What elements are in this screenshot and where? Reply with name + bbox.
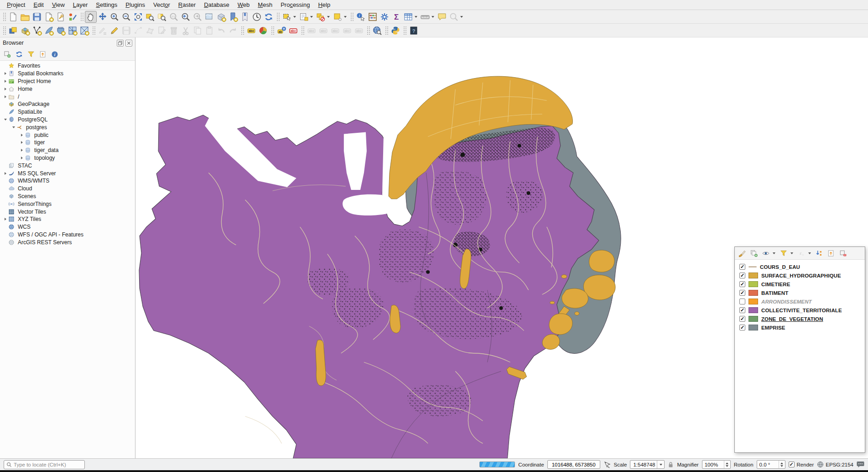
new-spatialite-layer-icon[interactable] xyxy=(43,25,55,37)
float-panel-icon[interactable] xyxy=(117,40,124,47)
attribute-table-icon[interactable] xyxy=(402,11,414,23)
menu-web[interactable]: Web xyxy=(234,0,254,9)
locate-search[interactable] xyxy=(4,460,85,469)
expander-icon[interactable] xyxy=(3,95,8,98)
expander-icon[interactable] xyxy=(3,172,8,175)
expander-icon[interactable] xyxy=(3,88,8,90)
browser-item-stac[interactable]: STAC xyxy=(0,162,135,169)
browser-item-cloud[interactable]: Cloud xyxy=(0,185,135,193)
options-gear-icon[interactable] xyxy=(379,11,390,23)
scale-combo[interactable]: 1:548748 xyxy=(630,460,665,469)
layer-row-emprise[interactable]: ✓EMPRISE xyxy=(739,323,865,332)
save-project-icon[interactable] xyxy=(31,11,43,23)
refresh-icon[interactable] xyxy=(263,11,275,23)
magnifier-spinbox[interactable]: 100% xyxy=(702,460,731,469)
new-gpx-layer-icon[interactable] xyxy=(67,25,78,37)
layer-visibility-checkbox[interactable]: ✓ xyxy=(739,290,745,296)
chevron-down-icon[interactable] xyxy=(657,461,664,468)
new-virtual-layer-icon[interactable] xyxy=(78,25,90,37)
zoom-last-icon[interactable] xyxy=(180,11,192,23)
browser-item-postgresql[interactable]: PostgreSQL xyxy=(0,116,135,124)
chevron-down-icon[interactable] xyxy=(460,16,463,18)
messages-icon[interactable] xyxy=(857,461,864,468)
new-print-layout-icon[interactable] xyxy=(43,11,55,23)
toolbar-handle[interactable] xyxy=(276,12,280,22)
zoom-to-layer-icon[interactable] xyxy=(156,11,168,23)
highlight-labels-icon[interactable]: abc xyxy=(287,25,299,37)
layer-row-arrondissement[interactable]: ARRONDISSEMENT xyxy=(739,297,865,306)
python-console-icon[interactable] xyxy=(390,25,401,37)
select-by-expression-icon[interactable] xyxy=(332,11,343,23)
toolbar-handle[interactable] xyxy=(80,12,83,22)
expand-all-icon[interactable] xyxy=(814,248,825,259)
new-shapefile-layer-icon[interactable] xyxy=(31,25,43,37)
coordinate-box[interactable] xyxy=(547,460,600,469)
browser-item-wcs[interactable]: WCS xyxy=(0,223,135,231)
zoom-to-selection-icon[interactable] xyxy=(144,11,156,23)
map-tips-icon[interactable] xyxy=(436,11,448,23)
menu-edit[interactable]: Edit xyxy=(29,0,47,9)
layer-row-cours_d_eau[interactable]: ✓COURS_D_EAU xyxy=(739,262,865,271)
filter-legend-icon[interactable] xyxy=(778,248,789,259)
temporal-controller-icon[interactable] xyxy=(251,11,263,23)
layer-row-surface_hydrographique[interactable]: ✓SURFACE_HYDROGRAPHIQUE xyxy=(739,271,865,280)
add-selected-layers-icon[interactable] xyxy=(2,49,12,60)
menu-vector[interactable]: Vector xyxy=(149,0,174,9)
expander-icon[interactable] xyxy=(19,149,25,152)
chevron-down-icon[interactable] xyxy=(431,16,434,18)
browser-item-sensorthings[interactable]: SensorThings xyxy=(0,200,135,208)
expander-icon[interactable] xyxy=(19,141,25,144)
layer-visibility-checkbox[interactable]: ✓ xyxy=(739,264,745,270)
layer-visibility-checkbox[interactable]: ✓ xyxy=(739,281,745,287)
menu-project[interactable]: Project xyxy=(3,0,29,9)
coordinate-input[interactable] xyxy=(550,462,598,467)
browser-item-scenes[interactable]: Scenes xyxy=(0,193,135,200)
layout-manager-icon[interactable] xyxy=(55,11,67,23)
chevron-down-icon[interactable] xyxy=(293,16,296,18)
layer-row-cimetiere[interactable]: ✓CIMETIERE xyxy=(739,280,865,288)
layer-visibility-checkbox[interactable] xyxy=(739,299,745,304)
toolbar-handle[interactable] xyxy=(2,26,6,36)
browser-item-geopackage[interactable]: GeoPackage xyxy=(0,100,135,108)
zoom-in-icon[interactable] xyxy=(109,11,120,23)
show-spatial-bookmarks-icon[interactable] xyxy=(239,11,251,23)
layer-visibility-checkbox[interactable]: ✓ xyxy=(739,325,745,330)
pan-to-selection-icon[interactable] xyxy=(97,11,109,23)
filter-browser-icon[interactable] xyxy=(26,49,36,60)
menu-help[interactable]: Help xyxy=(314,0,334,9)
browser-item-xyz-tiles[interactable]: XYZ Tiles xyxy=(0,215,135,223)
new-project-icon[interactable] xyxy=(7,11,19,23)
browser-item-favorites[interactable]: Favorites xyxy=(0,62,135,70)
toolbar-handle[interactable] xyxy=(240,26,244,36)
select-features-icon[interactable] xyxy=(281,11,293,23)
layer-row-zone_de_vegetation[interactable]: ✓ZONE_DE_VEGETATION xyxy=(739,315,865,323)
close-panel-icon[interactable] xyxy=(125,40,132,47)
browser-item-ms-sql-server[interactable]: MS SQL Server xyxy=(0,169,135,177)
chevron-down-icon[interactable] xyxy=(327,16,330,18)
browser-item-postgres[interactable]: postgres xyxy=(0,123,135,131)
layer-row-batiment[interactable]: ✓BATIMENT xyxy=(739,288,865,297)
new-map-view-icon[interactable] xyxy=(203,11,215,23)
expander-icon[interactable] xyxy=(3,72,8,75)
browser-item-tiger[interactable]: tiger xyxy=(0,139,135,147)
help-icon[interactable]: ? xyxy=(408,25,420,37)
menu-plugins[interactable]: Plugins xyxy=(121,0,149,9)
toolbar-handle[interactable] xyxy=(403,26,406,36)
expander-icon[interactable] xyxy=(3,119,8,121)
browser-item-home[interactable]: Home xyxy=(0,85,135,93)
menu-processing[interactable]: Processing xyxy=(276,0,314,9)
open-project-icon[interactable] xyxy=(19,11,31,23)
toolbar-handle[interactable] xyxy=(301,26,304,36)
layer-row-collectivite_territoriale[interactable]: ✓COLLECTIVITE_TERRITORIALE xyxy=(739,306,865,315)
lock-icon[interactable] xyxy=(668,462,674,468)
new-mesh-layer-icon[interactable] xyxy=(55,25,67,37)
new-spatial-bookmark-icon[interactable] xyxy=(227,11,239,23)
toolbar-handle[interactable] xyxy=(270,26,274,36)
measure-icon[interactable] xyxy=(419,11,431,23)
chevron-down-icon[interactable] xyxy=(310,16,313,18)
manage-themes-icon[interactable] xyxy=(760,248,771,259)
menu-raster[interactable]: Raster xyxy=(174,0,200,9)
layer-visibility-checkbox[interactable]: ✓ xyxy=(739,273,745,278)
spin-arrows[interactable] xyxy=(779,461,785,468)
expander-icon[interactable] xyxy=(11,126,16,128)
